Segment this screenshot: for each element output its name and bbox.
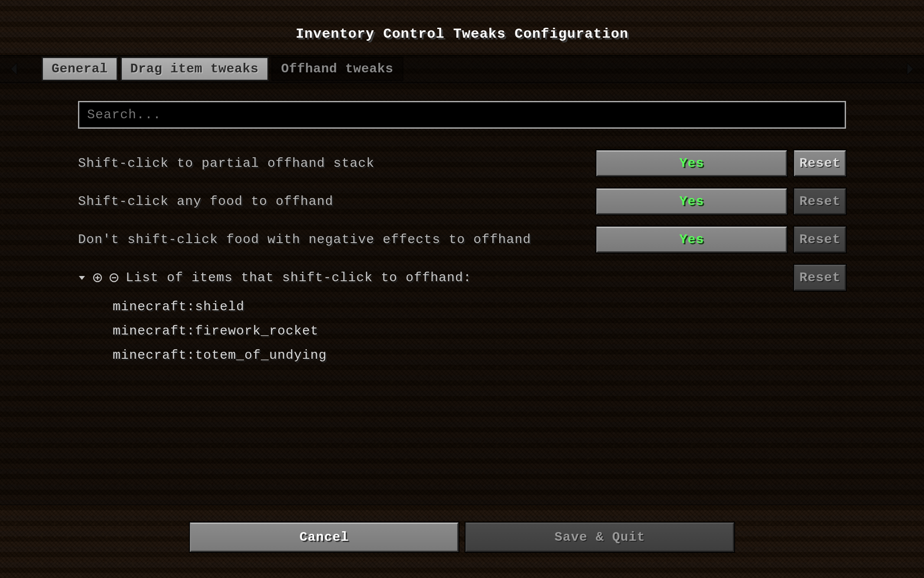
tabs-container: General Drag item tweaks Offhand tweaks [42,57,900,81]
list-item[interactable]: minecraft:firework_rocket [113,324,846,338]
cancel-button[interactable]: Cancel [190,523,459,552]
tab-drag-item-tweaks[interactable]: Drag item tweaks [120,57,269,81]
option-reset-button[interactable]: Reset [794,227,846,253]
list-header-label-group: List of items that shift-click to offhan… [78,270,787,285]
option-row-partial-offhand: Shift-click to partial offhand stack Yes… [78,150,846,176]
svg-marker-2 [79,276,85,280]
svg-marker-1 [907,63,913,75]
option-reset-button[interactable]: Reset [794,188,846,214]
option-reset-button[interactable]: Reset [794,150,846,176]
tab-nav-left-icon[interactable] [9,61,19,77]
tab-bar: General Drag item tweaks Offhand tweaks [0,55,924,83]
save-quit-button[interactable]: Save & Quit [465,523,734,552]
content-area: Shift-click to partial offhand stack Yes… [0,83,924,505]
option-row-negative-food: Don't shift-click food with negative eff… [78,227,846,253]
option-label: Shift-click any food to offhand [78,194,589,209]
tab-nav-right-icon[interactable] [905,61,915,77]
tab-offhand-tweaks[interactable]: Offhand tweaks [271,57,403,81]
list-header: List of items that shift-click to offhan… [78,265,846,291]
option-value-button[interactable]: Yes [596,188,787,214]
remove-item-icon[interactable] [109,273,119,283]
option-row-food-offhand: Shift-click any food to offhand Yes Rese… [78,188,846,214]
list-item[interactable]: minecraft:totem_of_undying [113,348,846,363]
list-reset-button[interactable]: Reset [794,265,846,291]
list-item[interactable]: minecraft:shield [113,299,846,314]
page-title: Inventory Control Tweaks Configuration [0,0,924,55]
option-label: Shift-click to partial offhand stack [78,156,589,171]
main-container: Inventory Control Tweaks Configuration G… [0,0,924,578]
footer: Cancel Save & Quit [0,505,924,578]
list-items-container: minecraft:shield minecraft:firework_rock… [78,299,846,363]
svg-marker-0 [11,63,17,75]
option-label: Don't shift-click food with negative eff… [78,232,589,247]
list-label-text: List of items that shift-click to offhan… [126,270,472,285]
option-value-button[interactable]: Yes [596,150,787,176]
search-input[interactable] [78,101,846,129]
option-value-button[interactable]: Yes [596,227,787,253]
collapse-toggle-icon[interactable] [78,274,86,282]
tab-general[interactable]: General [42,57,118,81]
add-item-icon[interactable] [93,273,102,283]
